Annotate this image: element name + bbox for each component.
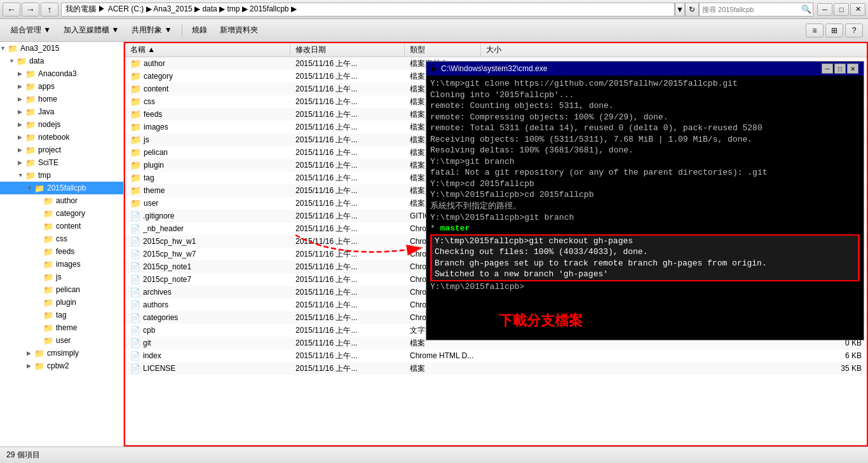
col-date[interactable]: 修改日期 <box>290 43 405 57</box>
organize-button[interactable]: 組合管理 ▼ <box>5 22 57 39</box>
refresh-button[interactable]: ↻ <box>685 3 699 17</box>
nav-item-2015fallcpb[interactable]: ▼📁2015fallcpb <box>0 182 123 194</box>
cmd-line: remote: Compressing objects: 100% (29/29… <box>430 112 860 123</box>
file-name: 📄.gitignore <box>125 211 290 221</box>
table-row[interactable]: 📄LICENSE 2015/11/16 上午... 檔案 35 KB <box>125 362 867 375</box>
file-date: 2015/11/16 上午... <box>290 287 405 298</box>
file-date: 2015/11/16 上午... <box>290 97 405 107</box>
file-name: 📁feeds <box>125 109 290 119</box>
cmd-line: remote: Counting objects: 5311, done. <box>430 100 860 112</box>
file-name: 📄authors <box>125 300 290 310</box>
nav-item-author[interactable]: 📁author <box>0 194 123 207</box>
nav-item-java[interactable]: ▶📁Java <box>0 105 123 118</box>
file-date: 2015/11/16 上午... <box>290 58 405 69</box>
file-name: 📁category <box>125 71 290 81</box>
help-button[interactable]: ? <box>845 23 863 37</box>
col-type[interactable]: 類型 <box>405 43 481 57</box>
search-bar[interactable]: 🔍 <box>699 3 813 17</box>
col-name[interactable]: 名稱 ▲ <box>125 43 290 57</box>
cmd-line: Y:\tmp\2015fallcpb> <box>430 281 860 293</box>
nav-item-anaconda3[interactable]: ▶📁Anaconda3 <box>0 67 123 80</box>
nav-item-tag[interactable]: 📁tag <box>0 309 123 321</box>
cmd-title-text: C:\Windows\system32\cmd.exe <box>441 64 822 73</box>
item-count: 29 個項目 <box>6 450 40 460</box>
cmd-close-button[interactable]: ✕ <box>847 64 858 74</box>
nav-item-user[interactable]: 📁user <box>0 334 123 347</box>
forward-button[interactable]: → <box>22 3 39 17</box>
nav-item-feeds[interactable]: 📁feeds <box>0 245 123 258</box>
file-name: 📁pelican <box>125 147 290 158</box>
nav-item-cmsimply[interactable]: ▶📁cmsimply <box>0 347 123 359</box>
view-tiles-button[interactable]: ⊞ <box>825 23 843 37</box>
file-name: 📁images <box>125 122 290 132</box>
search-input[interactable] <box>700 6 800 13</box>
file-date: 2015/11/16 上午... <box>290 274 405 285</box>
file-name: 📄2015cp_hw_w1 <box>125 237 290 246</box>
file-date: 2015/11/16 上午... <box>290 173 405 184</box>
nav-item-tmp[interactable]: ▼📁tmp <box>0 169 123 182</box>
nav-item-cpbw2[interactable]: ▶📁cpbw2 <box>0 359 123 372</box>
file-name: 📁user <box>125 198 290 208</box>
address-path: 我的電腦 ▶ ACER (C:) ▶ Ana3_2015 ▶ data ▶ tm… <box>65 4 297 15</box>
close-button[interactable]: ✕ <box>850 3 865 16</box>
cmd-minimize-button[interactable]: ─ <box>822 64 833 74</box>
cmd-line: Resolving deltas: 100% (3681/3681), done… <box>430 145 860 156</box>
file-date: 2015/11/16 上午... <box>290 363 405 374</box>
file-name: 📄index <box>125 351 290 361</box>
cmd-line: Receiving objects: 100% (5311/5311), 7.6… <box>430 134 860 145</box>
burn-button[interactable]: 燒錄 <box>186 22 213 39</box>
nav-item-project[interactable]: ▶📁project <box>0 144 123 156</box>
nav-item-nodejs[interactable]: ▶📁nodejs <box>0 118 123 131</box>
nav-item-plugin[interactable]: 📁plugin <box>0 296 123 309</box>
search-icon[interactable]: 🔍 <box>800 3 813 16</box>
arrow-annotation <box>289 222 442 275</box>
nav-item-home[interactable]: ▶📁home <box>0 93 123 105</box>
file-name: 📁js <box>125 135 290 145</box>
toolbar-separator <box>182 24 182 37</box>
cmd-line: fatal: Not a git repository (or any of t… <box>430 167 860 178</box>
minimize-button[interactable]: ─ <box>817 3 832 16</box>
file-name: 📄archives <box>125 288 290 297</box>
file-date: 2015/11/16 上午... <box>290 211 405 222</box>
file-type: Chrome HTML D... <box>405 351 481 360</box>
nav-item-category[interactable]: 📁category <box>0 207 123 220</box>
cmd-win-controls: ─ □ ✕ <box>822 64 858 74</box>
nav-item-notebook[interactable]: ▶📁notebook <box>0 131 123 144</box>
nav-item-scite[interactable]: ▶📁SciTE <box>0 156 123 169</box>
cmd-line: Y:\tmp>git branch <box>430 156 860 168</box>
nav-item-data[interactable]: ▼📁data <box>0 55 123 67</box>
address-bar[interactable]: 我的電腦 ▶ ACER (C:) ▶ Ana3_2015 ▶ data ▶ tm… <box>61 3 675 17</box>
cmd-maximize-button[interactable]: □ <box>834 64 846 74</box>
nav-item-ana32015[interactable]: ▼📁Ana3_2015 <box>0 42 123 55</box>
add-media-label: 加入至媒體櫃 ▼ <box>64 25 119 36</box>
nav-item-css[interactable]: 📁css <box>0 232 123 245</box>
title-bar: ← → ↑ 我的電腦 ▶ ACER (C:) ▶ Ana3_2015 ▶ dat… <box>0 0 868 19</box>
maximize-button[interactable]: □ <box>834 3 849 16</box>
file-date: 2015/11/16 上午... <box>290 325 405 336</box>
new-folder-button[interactable]: 新增資料夾 <box>214 22 264 39</box>
nav-item-js[interactable]: 📁js <box>0 271 123 283</box>
file-date: 2015/11/16 上午... <box>290 338 405 349</box>
cmd-line: Switched to a new branch 'gh-pages' <box>430 269 860 281</box>
file-name: 📄_nb_header <box>125 224 290 234</box>
nav-item-content[interactable]: 📁content <box>0 220 123 232</box>
cmd-line: * master <box>430 223 860 234</box>
nav-item-pelican[interactable]: 📁pelican <box>0 283 123 296</box>
nav-item-theme[interactable]: 📁theme <box>0 321 123 334</box>
up-button[interactable]: ↑ <box>41 3 58 17</box>
file-name: 📁css <box>125 97 290 107</box>
annotation-text: 下載分支檔案 <box>499 311 583 330</box>
add-media-button[interactable]: 加入至媒體櫃 ▼ <box>58 22 125 39</box>
back-button[interactable]: ← <box>3 3 20 17</box>
view-details-button[interactable]: ≡ <box>806 23 824 37</box>
share-button[interactable]: 共用對象 ▼ <box>126 22 177 39</box>
col-size[interactable]: 大小 <box>481 43 867 57</box>
table-row[interactable]: 📄index 2015/11/16 上午... Chrome HTML D...… <box>125 349 867 362</box>
address-dropdown[interactable]: ▼ <box>675 3 685 17</box>
file-date: 2015/11/16 上午... <box>290 147 405 158</box>
file-name: 📁content <box>125 84 290 94</box>
window-controls: ─ □ ✕ <box>817 3 865 16</box>
nav-item-images[interactable]: 📁images <box>0 258 123 271</box>
toolbar: 組合管理 ▼ 加入至媒體櫃 ▼ 共用對象 ▼ 燒錄 新增資料夾 ≡ ⊞ ? <box>0 19 868 42</box>
nav-item-apps[interactable]: ▶📁apps <box>0 80 123 93</box>
